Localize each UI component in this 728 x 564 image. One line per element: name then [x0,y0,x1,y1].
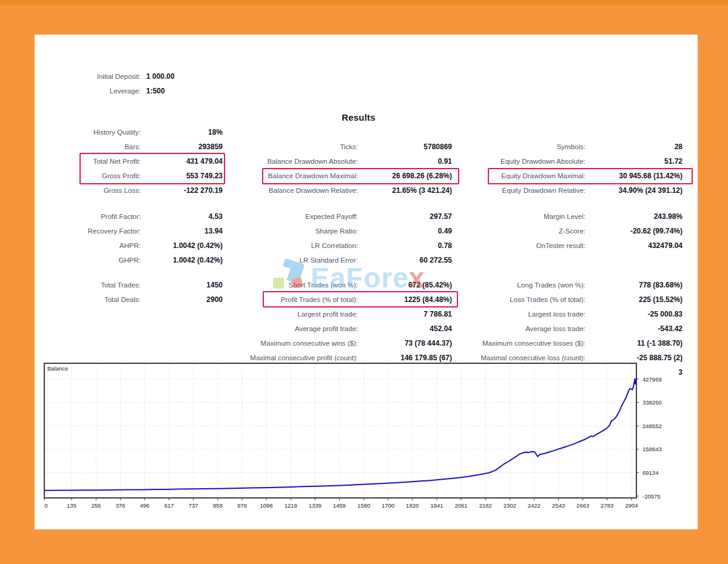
summary-stats-section: History Quality:18%Bars:293859Ticks:5780… [35,125,682,198]
stat-value [585,69,682,84]
stat-value [358,69,452,84]
stat-value: -20.62 (99.74%) [585,224,682,238]
stat-value: 553 749.23 [141,169,223,183]
stat-label: Gross Profit: [35,169,141,183]
stat-label: Long Trades (won %): [452,278,585,292]
stat-label [452,84,585,98]
stat-value: 11 (-1 388.70) [585,336,682,351]
stat-label: Profit Trades (% of total): [223,292,358,307]
stat-label [35,336,141,351]
x-axis-tick-label: 1098 [260,502,272,509]
stat-label: Gross Loss: [35,183,141,198]
stat-value: 0.78 [358,238,452,253]
stat-value: 28 [585,139,682,154]
x-axis-tick-label: 858 [213,502,223,509]
stat-label [223,84,358,98]
stat-label [452,125,585,139]
stat-value: 297.57 [358,209,452,224]
y-axis-tick-label: 69134 [642,469,658,476]
y-axis-tick-label: 338260 [642,399,662,406]
stat-label: Average profit trade: [223,321,358,336]
stat-value: 293859 [141,139,223,154]
stat-label: Maximum consecutive losses ($): [452,336,585,351]
x-axis-tick-label: 1459 [333,502,346,509]
stat-label: Total Trades: [35,278,141,292]
x-axis-tick-label: 135 [67,502,76,509]
x-axis-tick-label: 1580 [357,502,370,509]
stat-value: 432479.04 [585,238,682,253]
stat-label: AHPR: [35,238,141,253]
stat-value: 7 786.81 [358,307,452,321]
x-axis-tick-label: 2543 [552,502,565,509]
stat-value: 18% [141,125,223,139]
stat-label: Recovery Factor: [35,224,141,238]
stat-value: 60 272.55 [358,253,452,267]
stat-value: 1.0042 (0.42%) [141,253,223,267]
stat-label: Largest profit trade: [223,307,358,321]
x-axis-tick-label: 1820 [406,502,419,509]
stat-label: History Quality: [35,125,141,139]
plot-border [44,363,636,498]
stat-value [358,84,452,98]
stat-label: Average loss trade: [452,321,585,336]
stat-value: 0.91 [358,154,452,169]
stat-value: 1225 (84.48%) [358,292,452,307]
x-axis-tick-label: 0 [44,502,47,509]
stat-label: LR Correlation: [223,238,358,253]
stat-label: Expected Payoff: [223,209,358,224]
stat-value [585,253,682,267]
stat-label: Balance Drawdown Maximal: [223,169,358,183]
x-axis-tick-label: 978 [237,502,247,509]
x-axis-tick-label: 256 [91,502,101,509]
stat-value: 1 000.00 [141,69,223,84]
stat-value: 431 479.04 [141,154,223,169]
results-title: Results [35,112,682,123]
stat-value: -543.42 [585,321,682,336]
x-axis-tick-label: 376 [115,502,125,509]
stat-label: LR Standard Error: [223,253,358,267]
balance-chart: 0135256376496617737858978109812191339145… [44,363,698,520]
stat-value: 30 945.68 (11.42%) [585,169,682,183]
stat-value: 1.0042 (0.42%) [141,238,223,253]
stat-value: 672 (85.42%) [358,278,452,292]
stat-value [358,125,452,139]
stat-label: Loss Trades (% of total): [452,292,585,307]
stat-label: Initial Deposit: [35,69,141,84]
stat-label: Total Deals: [35,292,141,307]
frame-top-strip [0,0,728,5]
x-axis-tick-label: 1219 [285,502,297,509]
stat-value [585,125,682,139]
stat-label [452,69,585,84]
ratio-stats-section: Profit Factor:4.53Expected Payoff:297.57… [35,209,682,267]
stat-label: Profit Factor: [35,209,141,224]
stat-value: 1:500 [141,84,223,98]
stat-label: Z-Score: [452,224,585,238]
stat-value: 13.94 [141,224,223,238]
stat-label: Margin Level: [452,209,585,224]
stat-value: 2900 [141,292,223,307]
stat-label: Sharpe Ratio: [223,224,358,238]
stat-value [585,84,682,98]
stat-label [35,321,141,336]
stat-label: Total Net Profit: [35,154,141,169]
stat-value: 21.65% (3 421.24) [358,183,452,198]
chart-title: Balance [47,365,68,372]
y-axis-tick-label: -20575 [642,493,661,500]
stat-value: 51.72 [585,154,682,169]
stat-value: 778 (83.68%) [585,278,682,292]
stat-label: Equity Drawdown Absolute: [452,154,585,169]
stat-label: Short Trades (won %): [223,278,358,292]
stat-label: Leverage: [35,84,141,98]
x-axis-tick-label: 2061 [454,502,467,509]
y-axis-tick-label: 248552 [642,423,662,429]
balance-chart-svg: 0135256376496617737858978109812191339145… [44,363,698,520]
stat-value [141,336,223,351]
x-axis-tick-label: 2302 [504,502,516,509]
stat-value: 225 (15.52%) [585,292,682,307]
x-axis-tick-label: 1941 [430,502,443,509]
stat-value: 26 698.26 (6.28%) [358,169,452,183]
stat-value: 73 (78 444.37) [358,336,452,351]
stat-value: 5780869 [358,139,452,154]
stat-label [223,125,358,139]
stat-label: GHPR: [35,253,141,267]
